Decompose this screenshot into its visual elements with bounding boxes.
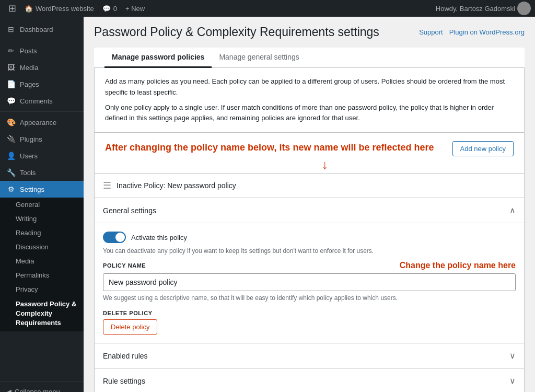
plugin-link[interactable]: Plugin on WordPress.org bbox=[449, 28, 525, 36]
posts-icon: ✏ bbox=[6, 47, 16, 55]
policy-name-label: POLICY NAME bbox=[103, 262, 146, 269]
comments-icon: 💬 bbox=[102, 5, 111, 13]
new-label: + New bbox=[125, 5, 145, 13]
sidebar-item-comments[interactable]: 💬 Comments bbox=[0, 93, 84, 109]
drag-handle-icon[interactable]: ☰ bbox=[103, 180, 111, 191]
submenu-general[interactable]: General bbox=[0, 198, 84, 212]
chevron-down-rule-icon: ∨ bbox=[509, 376, 516, 386]
annotation-top-text: After changing the policy name below, it… bbox=[105, 141, 434, 154]
activate-label: Activate this policy bbox=[131, 234, 187, 241]
nav-tabs: Manage password policies Manage general … bbox=[94, 48, 525, 68]
add-new-policy-button[interactable]: Add new policy bbox=[452, 141, 514, 156]
submenu-media[interactable]: Media bbox=[0, 254, 84, 268]
general-settings-label: General settings bbox=[103, 206, 156, 215]
annotation-name-text: Change the policy name here bbox=[400, 261, 516, 270]
policy-name-group: POLICY NAME Change the policy name here … bbox=[103, 261, 516, 302]
rule-settings-header[interactable]: Rule settings ∨ bbox=[95, 368, 524, 392]
sidebar-label-comments: Comments bbox=[20, 97, 53, 105]
description-1: Add as many policies as you need. Each p… bbox=[105, 76, 514, 98]
adminbar-user: Howdy, Bartosz Gadomski bbox=[436, 2, 531, 15]
tab-general-settings[interactable]: Manage general settings bbox=[212, 48, 306, 68]
chevron-down-enabled-icon: ∨ bbox=[509, 351, 516, 361]
sidebar-label-media: Media bbox=[20, 64, 38, 72]
rule-settings-label: Rule settings bbox=[103, 377, 145, 385]
collapse-icon: ◀ bbox=[6, 388, 11, 392]
chevron-up-icon: ∧ bbox=[509, 205, 516, 215]
submenu-reading[interactable]: Reading bbox=[0, 226, 84, 240]
sidebar-label-plugins: Plugins bbox=[20, 135, 42, 143]
sidebar-item-tools[interactable]: 🔧 Tools bbox=[0, 164, 84, 181]
activate-toggle[interactable] bbox=[103, 232, 126, 243]
general-settings-header[interactable]: General settings ∧ bbox=[95, 198, 524, 223]
sidebar-label-users: Users bbox=[20, 152, 38, 160]
policy-name-help: We suggest using a descriptive name, so … bbox=[103, 294, 516, 302]
annotation-area: After changing the policy name below, it… bbox=[94, 133, 525, 156]
activate-toggle-row: Activate this policy bbox=[103, 232, 516, 243]
sidebar-item-posts[interactable]: ✏ Posts bbox=[0, 42, 84, 59]
collapse-menu-button[interactable]: ◀ Collapse menu bbox=[0, 382, 84, 392]
delete-section: DELETE POLICY Delete policy bbox=[103, 310, 516, 335]
home-icon: 🏠 bbox=[25, 5, 33, 13]
submenu-privacy[interactable]: Privacy bbox=[0, 282, 84, 296]
rule-settings-section: Rule settings ∨ bbox=[95, 368, 524, 392]
page-header-links: Support Plugin on WordPress.org bbox=[419, 28, 525, 36]
sidebar-label-posts: Posts bbox=[20, 47, 37, 55]
page-title: Password Policy & Complexity Requirement… bbox=[94, 25, 379, 39]
settings-submenu: General Writing Reading Discussion Media… bbox=[0, 198, 84, 331]
settings-icon: ⚙ bbox=[6, 185, 16, 193]
collapse-label: Collapse menu bbox=[15, 388, 60, 392]
tab-manage-policies[interactable]: Manage password policies bbox=[104, 48, 212, 68]
sidebar-label-tools: Tools bbox=[20, 169, 36, 177]
dashboard-icon: ⊟ bbox=[6, 25, 16, 33]
pages-icon: 📄 bbox=[6, 80, 16, 88]
main-content: Password Policy & Complexity Requirement… bbox=[84, 17, 535, 392]
avatar bbox=[517, 2, 531, 15]
media-icon: 🖼 bbox=[6, 63, 16, 72]
enabled-rules-header[interactable]: Enabled rules ∨ bbox=[95, 343, 524, 368]
sidebar-item-settings[interactable]: ⚙ Settings bbox=[0, 181, 84, 198]
sidebar-label-settings: Settings bbox=[20, 186, 44, 193]
adminbar-comments[interactable]: 💬 0 bbox=[98, 0, 121, 17]
sidebar-item-plugins[interactable]: 🔌 Plugins bbox=[0, 131, 84, 147]
sidebar-label-dashboard: Dashboard bbox=[20, 26, 53, 33]
adminbar-new[interactable]: + New bbox=[121, 0, 149, 17]
policy-panel: ☰ Inactive Policy: New password policy G… bbox=[94, 173, 525, 392]
enabled-rules-label: Enabled rules bbox=[103, 352, 148, 360]
comments-menu-icon: 💬 bbox=[6, 97, 16, 105]
delete-section-label: DELETE POLICY bbox=[103, 310, 516, 316]
howdy-text: Howdy, Bartosz Gadomski bbox=[436, 5, 515, 13]
delete-policy-button[interactable]: Delete policy bbox=[103, 319, 157, 335]
comments-count: 0 bbox=[113, 5, 117, 13]
adminbar-site[interactable]: 🏠 WordPress website bbox=[20, 0, 98, 17]
sidebar-label-pages: Pages bbox=[20, 80, 39, 88]
policy-name-input[interactable] bbox=[103, 273, 516, 291]
policy-panel-header: ☰ Inactive Policy: New password policy bbox=[95, 174, 524, 198]
appearance-icon: 🎨 bbox=[6, 118, 16, 126]
general-settings-content: Activate this policy You can deactivate … bbox=[95, 223, 524, 343]
activate-help-text: You can deactivate any policy if you wan… bbox=[103, 247, 516, 255]
sidebar-item-appearance[interactable]: 🎨 Appearance bbox=[0, 114, 84, 131]
submenu-password-policy[interactable]: Password Policy & Complexity Requirement… bbox=[0, 296, 84, 331]
policy-header-text: Inactive Policy: New password policy bbox=[117, 181, 236, 190]
sidebar-item-dashboard[interactable]: ⊟ Dashboard bbox=[0, 21, 84, 38]
sidebar: ⊟ Dashboard ✏ Posts 🖼 Media 📄 Pages 💬 Co… bbox=[0, 17, 84, 392]
tools-icon: 🔧 bbox=[6, 168, 16, 177]
sidebar-item-users[interactable]: 👤 Users bbox=[0, 147, 84, 164]
page-header: Password Policy & Complexity Requirement… bbox=[94, 25, 525, 39]
sidebar-label-appearance: Appearance bbox=[20, 119, 56, 126]
site-name: WordPress website bbox=[36, 5, 94, 13]
sidebar-item-media[interactable]: 🖼 Media bbox=[0, 59, 84, 76]
users-icon: 👤 bbox=[6, 152, 16, 160]
submenu-writing[interactable]: Writing bbox=[0, 212, 84, 226]
admin-bar: ⊞ 🏠 WordPress website 💬 0 + New Howdy, B… bbox=[0, 0, 535, 17]
general-settings-section: General settings ∧ Activate this policy … bbox=[95, 198, 524, 343]
submenu-discussion[interactable]: Discussion bbox=[0, 240, 84, 254]
wp-logo[interactable]: ⊞ bbox=[4, 3, 20, 14]
arrow-down-annotation: ↓ bbox=[94, 156, 525, 173]
sidebar-item-pages[interactable]: 📄 Pages bbox=[0, 76, 84, 93]
submenu-permalinks[interactable]: Permalinks bbox=[0, 268, 84, 282]
description-block: Add as many policies as you need. Each p… bbox=[94, 68, 525, 133]
description-2: Only one policy apply to a single user. … bbox=[105, 102, 514, 124]
support-link[interactable]: Support bbox=[419, 28, 443, 36]
enabled-rules-section: Enabled rules ∨ bbox=[95, 343, 524, 368]
